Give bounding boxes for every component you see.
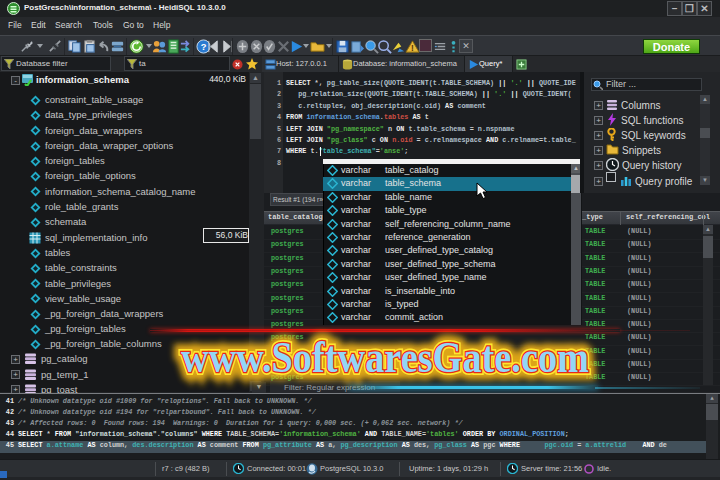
svg-text:www.SoftwaresGate.com: www.SoftwaresGate.com <box>181 333 589 382</box>
svg-text:!: ! <box>411 43 414 53</box>
